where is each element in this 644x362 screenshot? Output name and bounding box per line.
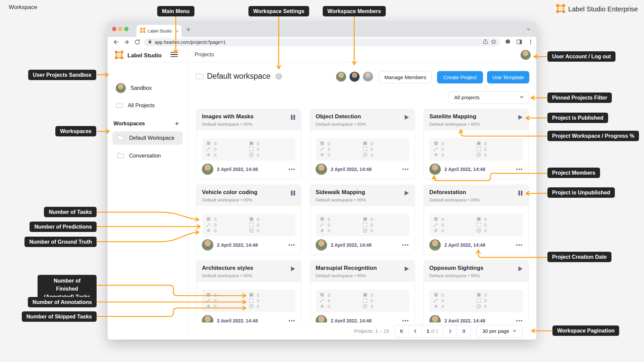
member-avatar[interactable] (335, 71, 347, 82)
next-page-button[interactable] (443, 325, 457, 337)
folder-icon (117, 134, 124, 142)
forward-icon[interactable] (123, 39, 130, 47)
callout-number-annotations: Number of Annotations (28, 297, 97, 307)
predictions-count: 0 (441, 223, 444, 228)
play-icon[interactable] (404, 266, 410, 273)
tab-close-icon[interactable]: × (176, 28, 179, 34)
project-card-header: Object Detection Default workspace • 00% (310, 109, 415, 130)
project-creator-avatar[interactable] (202, 315, 213, 322)
member-avatar[interactable] (349, 71, 360, 82)
project-card[interactable]: Vehicle color coding Default workspace •… (196, 185, 301, 255)
skipped-tasks-icon (476, 152, 481, 158)
prev-page-button[interactable] (409, 325, 422, 337)
skipped-tasks-icon (363, 152, 368, 158)
browser-menu-dots-icon[interactable] (528, 39, 533, 46)
sidebar-item-conversation[interactable]: Conversation (112, 149, 183, 163)
sidebar-item-default-workspace[interactable]: Default Workspace (112, 131, 183, 145)
extensions-puzzle-icon[interactable] (505, 39, 511, 46)
project-creator-avatar[interactable] (202, 239, 213, 251)
pinned-projects-filter-dropdown[interactable]: All projects (448, 91, 529, 104)
member-avatar[interactable] (362, 71, 374, 82)
ground-truth-icon (433, 304, 438, 310)
card-menu-dots[interactable]: ••• (402, 242, 409, 248)
project-creator-avatar[interactable] (429, 239, 441, 251)
project-card[interactable]: Opposum Sightings Default workspace • 00… (424, 260, 529, 322)
project-card-header: Deforestation Default workspace • 00% (424, 185, 528, 206)
pause-icon[interactable] (290, 190, 296, 197)
card-menu-dots[interactable]: ••• (288, 318, 296, 322)
skipped-tasks-icon (249, 304, 254, 310)
skipped-count: 0 (484, 304, 487, 309)
first-page-button[interactable] (395, 325, 409, 337)
projects-range-label: Projects: 1 – 15 (354, 328, 389, 334)
last-page-button[interactable] (457, 325, 470, 337)
project-card[interactable]: Sidewalk Mapping Default workspace • 00%… (310, 185, 415, 255)
new-tab-button[interactable]: + (186, 25, 191, 34)
minimize-window-button[interactable] (118, 27, 122, 31)
add-workspace-button[interactable]: + (175, 119, 179, 128)
create-project-button[interactable]: Create Project (437, 71, 483, 83)
card-menu-dots[interactable]: ••• (402, 167, 409, 172)
project-creator-avatar[interactable] (202, 164, 213, 175)
url-bar[interactable]: app.heartex.com/projects?page=1 (144, 38, 500, 46)
project-card[interactable]: Satellite Mapping Default workspace • 00… (424, 109, 529, 179)
project-stats: 0 0 0 0 0 0 (202, 138, 296, 161)
project-creator-avatar[interactable] (316, 315, 327, 322)
tasks-icon (320, 217, 325, 223)
ground-truth-icon (320, 228, 325, 234)
card-menu-dots[interactable]: ••• (516, 242, 523, 248)
back-icon[interactable] (113, 39, 119, 47)
workspace-members-avatars[interactable] (335, 71, 374, 82)
maximize-window-button[interactable] (124, 27, 128, 31)
per-page-dropdown[interactable]: 30 per page (476, 325, 523, 338)
project-card[interactable]: Object Detection Default workspace • 00%… (310, 109, 415, 179)
workspace-settings-gear-icon[interactable] (274, 72, 283, 82)
card-menu-dots[interactable]: ••• (516, 167, 523, 172)
play-icon[interactable] (404, 114, 410, 122)
card-menu-dots[interactable]: ••• (288, 167, 296, 172)
project-workspace-progress: Default workspace • 00% (429, 273, 523, 278)
side-panel-icon[interactable] (516, 39, 522, 46)
project-title: Images with Masks (202, 113, 296, 120)
card-menu-dots[interactable]: ••• (402, 318, 409, 322)
project-card[interactable]: Deforestation Default workspace • 00% 0 … (424, 185, 529, 255)
project-card[interactable]: Marsupial Recognition Default workspace … (310, 260, 415, 322)
app-header: Label Studio Projects (108, 47, 536, 62)
project-card-header: Images with Masks Default workspace • 00… (197, 109, 301, 130)
project-creator-avatar[interactable] (429, 315, 441, 322)
sidebar-item-all-projects[interactable]: All Projects (108, 101, 187, 111)
skipped-count: 0 (371, 228, 373, 233)
predictions-count: 0 (328, 147, 330, 152)
pause-icon[interactable] (518, 190, 523, 197)
project-card[interactable]: Images with Masks Default workspace • 00… (196, 109, 301, 179)
play-icon[interactable] (517, 266, 523, 273)
predictions-icon (206, 222, 211, 228)
play-icon[interactable] (290, 266, 296, 273)
project-creator-avatar[interactable] (429, 164, 441, 175)
pause-icon[interactable] (290, 114, 296, 122)
finished-count: 0 (371, 293, 373, 298)
tab-search-chevron-icon[interactable] (526, 27, 531, 33)
ground-truth-count: 0 (441, 228, 444, 233)
manage-members-button[interactable]: Manage Members (379, 71, 432, 83)
per-page-value: 30 per page (482, 328, 509, 334)
share-icon[interactable] (483, 39, 488, 46)
close-window-button[interactable] (112, 27, 116, 31)
reload-icon[interactable] (134, 39, 141, 47)
browser-tab[interactable]: Label Studio × (137, 25, 181, 37)
skipped-tasks-icon (363, 304, 368, 310)
project-creator-avatar[interactable] (316, 239, 327, 251)
finished-tasks-icon (249, 217, 254, 223)
card-menu-dots[interactable]: ••• (516, 318, 523, 322)
project-card[interactable]: Architecture styles Default workspace • … (196, 260, 301, 322)
ground-truth-icon (206, 304, 211, 310)
play-icon[interactable] (517, 114, 523, 122)
sidebar-item-sandbox[interactable]: Sandbox (108, 83, 187, 93)
main-menu-hamburger-icon[interactable] (170, 52, 178, 57)
card-menu-dots[interactable]: ••• (288, 242, 296, 248)
user-account-avatar[interactable] (521, 50, 531, 60)
bookmark-star-icon[interactable] (491, 39, 496, 46)
project-creator-avatar[interactable] (316, 164, 327, 175)
use-template-button[interactable]: Use Template (487, 71, 529, 83)
play-icon[interactable] (404, 190, 410, 197)
